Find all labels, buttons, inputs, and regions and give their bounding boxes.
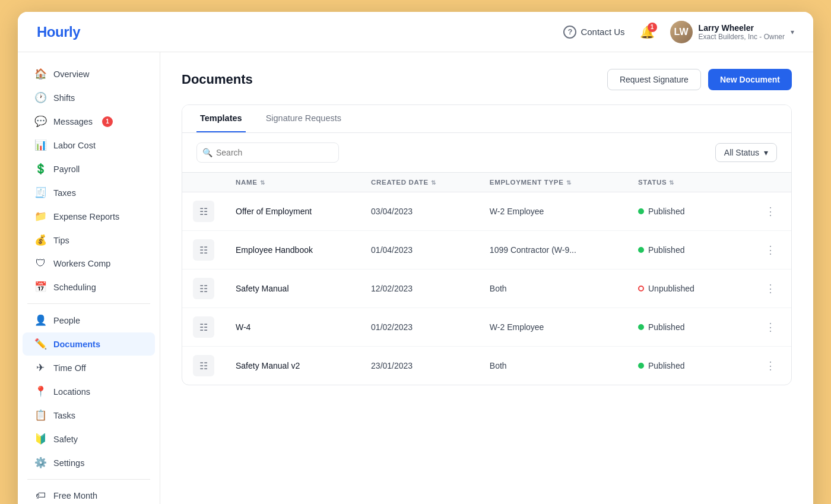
sidebar-item-overview[interactable]: 🏠 Overview [23,62,155,85]
doc-actions-cell: ⋮ [734,231,791,270]
sidebar-label-tips: Tips [53,236,69,245]
status-text: Published [648,361,685,370]
sidebar-item-settings[interactable]: ⚙️ Settings [23,451,155,474]
dollar-icon: 💲 [34,163,46,175]
doc-icon-cell: ☷ [182,270,225,308]
sort-name[interactable]: NAME ⇅ [236,179,265,186]
sidebar-item-safety[interactable]: 🔰 Safety [23,427,155,451]
table-row[interactable]: ☷ W-4 01/02/2023 W-2 Employee Published … [182,308,791,347]
people-icon: 👤 [34,314,46,327]
avatar: LW [670,21,693,43]
more-options-button[interactable]: ⋮ [760,319,781,335]
doc-status-cell: Published [627,231,734,270]
doc-status-cell: Unpublished [627,270,734,308]
tasks-icon: 📋 [34,409,46,421]
folder-icon: 📁 [34,210,46,223]
sort-employment-type[interactable]: EMPLOYMENT TYPE ⇅ [490,179,571,186]
sidebar-item-free-month[interactable]: 🏷 Free Month [23,484,155,504]
settings-icon: ⚙️ [34,457,46,469]
sidebar-item-taxes[interactable]: 🧾 Taxes [23,181,155,204]
sidebar-item-expense-reports[interactable]: 📁 Expense Reports [23,205,155,228]
table-body: ☷ Offer of Employment 03/04/2023 W-2 Emp… [182,192,791,385]
doc-name-cell: Safety Manual v2 [225,347,360,385]
table-row[interactable]: ☷ Employee Handbook 01/04/2023 1099 Cont… [182,231,791,270]
sidebar-divider-2 [27,479,150,480]
doc-icon: ☷ [193,239,214,261]
sidebar-label-settings: Settings [53,458,84,468]
sidebar-item-locations[interactable]: 📍 Locations [23,380,155,403]
sidebar-item-scheduling[interactable]: 📅 Scheduling [23,275,155,299]
tab-signature-requests[interactable]: Signature Requests [262,105,345,132]
more-options-button[interactable]: ⋮ [760,203,781,220]
doc-icon-cell: ☷ [182,308,225,347]
sidebar-label-free-month: Free Month [53,491,97,500]
safety-icon: 🔰 [34,433,46,445]
tag-icon: 🏷 [34,490,46,502]
home-icon: 🏠 [34,68,46,80]
doc-name-cell: Offer of Employment [225,192,360,231]
status-dropdown[interactable]: All Status ▾ [715,143,777,162]
doc-name: Employee Handbook [236,245,313,255]
doc-type-cell: W-2 Employee [479,308,627,347]
notification-badge: 1 [648,23,657,32]
tabs-bar: Templates Signature Requests [182,105,791,133]
sidebar-label-taxes: Taxes [53,188,76,198]
app-logo: Hourly [37,24,80,40]
notification-bell[interactable]: 🔔 1 [637,21,658,43]
sidebar-item-labor-cost[interactable]: 📊 Labor Cost [23,134,155,157]
sidebar-item-time-off[interactable]: ✈ Time Off [23,356,155,379]
sort-created-date[interactable]: CREATED DATE ⇅ [371,179,436,186]
doc-status-cell: Published [627,308,734,347]
table-header: NAME ⇅ CREATED DATE ⇅ EMPLOYMENT TYP [182,173,791,192]
doc-type-cell: Both [479,270,627,308]
tab-templates[interactable]: Templates [196,105,246,132]
receipt-icon: 🧾 [34,186,46,199]
sidebar-label-documents: Documents [53,340,100,349]
sidebar-item-people[interactable]: 👤 People [23,309,155,332]
sidebar-item-payroll[interactable]: 💲 Payroll [23,157,155,180]
sort-status[interactable]: STATUS ⇅ [638,179,674,186]
sidebar-divider-1 [27,303,150,304]
search-input[interactable] [196,142,339,163]
doc-date: 23/01/2023 [371,361,413,370]
table-row[interactable]: ☷ Safety Manual v2 23/01/2023 Both Publi… [182,347,791,385]
status-text: Published [648,245,685,255]
table-row[interactable]: ☷ Offer of Employment 03/04/2023 W-2 Emp… [182,192,791,231]
doc-icon-cell: ☷ [182,192,225,231]
sidebar-item-tips[interactable]: 💰 Tips [23,229,155,252]
sort-icon-name: ⇅ [260,179,265,186]
header: Hourly ? Contact Us 🔔 1 LW Larry Wheeler… [18,12,813,52]
more-options-button[interactable]: ⋮ [760,357,781,374]
col-name: NAME ⇅ [225,173,360,192]
sidebar-label-messages: Messages [53,117,93,126]
sort-icon-date: ⇅ [431,179,436,186]
sidebar-item-shifts[interactable]: 🕐 Shifts [23,86,155,109]
user-details: Larry Wheeler Exact Builders, Inc - Owne… [699,23,785,41]
sidebar-item-workers-comp[interactable]: 🛡 Workers Comp [23,252,155,275]
more-options-button[interactable]: ⋮ [760,242,781,258]
col-created-date: CREATED DATE ⇅ [360,173,479,192]
sidebar-label-time-off: Time Off [53,363,86,373]
doc-employment-type: Both [490,284,507,293]
table-row[interactable]: ☷ Safety Manual 12/02/2023 Both Unpublis… [182,270,791,308]
sidebar-item-documents[interactable]: ✏️ Documents [23,332,155,356]
status-filter-label: All Status [724,148,759,157]
help-icon: ? [563,26,576,39]
user-menu[interactable]: LW Larry Wheeler Exact Builders, Inc - O… [670,21,794,43]
header-actions: Request Signature New Document [607,69,792,90]
sidebar-label-labor-cost: Labor Cost [53,141,96,150]
documents-table: NAME ⇅ CREATED DATE ⇅ EMPLOYMENT TYP [182,172,791,385]
more-options-button[interactable]: ⋮ [760,280,781,297]
new-document-button[interactable]: New Document [708,69,792,90]
doc-type-cell: W-2 Employee [479,192,627,231]
doc-name-cell: Safety Manual [225,270,360,308]
request-signature-button[interactable]: Request Signature [607,69,701,90]
sidebar-label-workers-comp: Workers Comp [53,259,110,268]
sidebar-item-tasks[interactable]: 📋 Tasks [23,404,155,427]
sidebar-label-shifts: Shifts [53,93,75,103]
location-icon: 📍 [34,385,46,398]
doc-icon-cell: ☷ [182,231,225,270]
sidebar-item-messages[interactable]: 💬 Messages 1 [23,110,155,133]
search-icon: 🔍 [202,148,212,157]
contact-us-button[interactable]: ? Contact Us [563,26,624,39]
